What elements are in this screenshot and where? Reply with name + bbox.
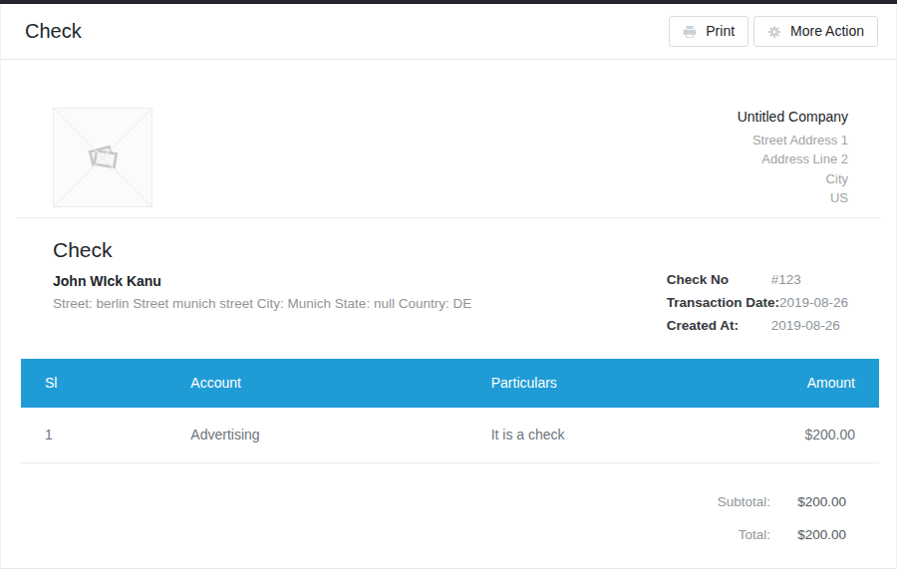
- total-row: Total: $200.00: [739, 526, 846, 543]
- company-address-line-2: Address Line 2: [738, 149, 848, 169]
- more-action-button-label: More Action: [790, 23, 864, 40]
- column-header-particulars: Particulars: [467, 359, 708, 408]
- column-header-amount: Amount: [708, 359, 879, 408]
- cell-particulars: It is a check: [467, 408, 708, 463]
- company-logo-placeholder: [53, 108, 152, 207]
- subtotal-value: $200.00: [784, 493, 846, 510]
- totals-section: Subtotal: $200.00 Total: $200.00: [1, 493, 896, 543]
- header-actions: Print More Action: [669, 16, 878, 47]
- brand-row: Untitled Company Street Address 1 Addres…: [1, 60, 896, 208]
- gear-icon: [767, 25, 781, 39]
- cell-account: Advertising: [166, 408, 466, 463]
- total-label: Total:: [739, 526, 770, 543]
- cell-sl: 1: [21, 408, 166, 463]
- company-name: Untitled Company: [738, 108, 848, 128]
- document-info-row: Check John WIck Kanu Street: berlin Stre…: [1, 218, 896, 340]
- check-no-label: Check No: [667, 271, 771, 288]
- company-info: Untitled Company Street Address 1 Addres…: [738, 108, 848, 208]
- transaction-date-row: Transaction Date: 2019-08-26: [667, 294, 848, 311]
- printer-icon: [683, 25, 697, 39]
- payee-address: Street: berlin Street munich street City…: [53, 296, 471, 312]
- subtotal-label: Subtotal:: [718, 493, 770, 510]
- placeholder-diagonal-lines: [54, 109, 151, 206]
- check-no-row: Check No #123: [667, 271, 848, 288]
- check-detail-card: Check Print: [0, 4, 897, 569]
- created-at-label: Created At:: [667, 317, 771, 334]
- transaction-date-label: Transaction Date:: [667, 294, 779, 311]
- table-header-row: Sl Account Particulars Amount: [21, 359, 879, 408]
- cell-amount: $200.00: [708, 408, 879, 463]
- payee-block: Check John WIck Kanu Street: berlin Stre…: [53, 237, 471, 340]
- transaction-date-value: 2019-08-26: [779, 294, 848, 311]
- company-address-country: US: [738, 188, 848, 208]
- created-at-value: 2019-08-26: [771, 317, 840, 334]
- column-header-account: Account: [166, 359, 466, 408]
- print-button[interactable]: Print: [669, 16, 748, 47]
- table-row: 1 Advertising It is a check $200.00: [21, 408, 879, 463]
- company-address-line-1: Street Address 1: [738, 131, 848, 150]
- company-address-city: City: [738, 169, 848, 189]
- subtotal-row: Subtotal: $200.00: [718, 493, 846, 510]
- page-title: Check: [25, 20, 82, 43]
- check-meta-block: Check No #123 Transaction Date: 2019-08-…: [667, 271, 848, 340]
- line-items-table: Sl Account Particulars Amount 1 Advertis…: [21, 359, 879, 463]
- column-header-sl: Sl: [21, 359, 166, 408]
- created-at-row: Created At: 2019-08-26: [667, 317, 848, 334]
- payee-name: John WIck Kanu: [53, 273, 471, 290]
- card-header: Check Print: [1, 4, 896, 60]
- more-action-button[interactable]: More Action: [753, 16, 878, 47]
- print-button-label: Print: [706, 23, 735, 40]
- check-no-value: #123: [771, 271, 801, 288]
- total-value: $200.00: [784, 526, 846, 543]
- document-heading: Check: [53, 237, 471, 263]
